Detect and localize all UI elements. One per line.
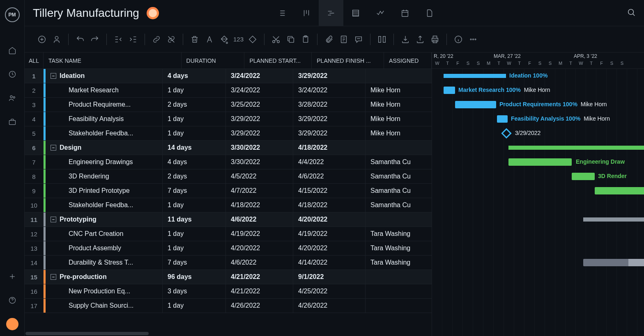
duration-cell[interactable]: 1 day [163,126,226,140]
col-task-name[interactable]: TASK NAME [44,53,182,69]
finish-cell[interactable]: 3/28/2022 [293,98,366,112]
table-row[interactable]: 10Stakeholder Feedba...1 day4/18/20224/1… [25,198,432,213]
board-view-tab[interactable] [294,0,319,26]
table-row[interactable]: 11−Prototyping11 days4/6/20224/20/2022 [25,213,432,227]
duration-cell[interactable]: 1 day [163,241,226,255]
assign-icon[interactable] [51,34,62,45]
assigned-cell[interactable] [366,69,413,83]
finish-cell[interactable]: 4/18/2022 [293,198,366,212]
gantt-bar[interactable] [583,259,644,266]
table-row[interactable]: 13Product Assembly1 day4/20/20224/20/202… [25,241,432,256]
gantt-row[interactable]: Engineering Draw [432,155,644,169]
gantt-row[interactable]: 3D Render [432,169,644,184]
table-row[interactable]: 17Supply Chain Sourci...1 day4/26/20224/… [25,299,432,313]
assigned-cell[interactable]: Samantha Cu [366,198,413,212]
print-icon[interactable] [429,34,441,45]
more-icon[interactable] [467,34,479,45]
table-row[interactable]: 83D Rendering2 days4/5/20224/6/2022Saman… [25,169,432,184]
collapse-icon[interactable]: − [51,145,56,151]
finish-cell[interactable]: 3/29/2022 [293,69,366,83]
attachment-icon[interactable] [323,34,335,45]
finish-cell[interactable]: 4/20/2022 [293,213,366,226]
task-name-cell[interactable]: Supply Chain Sourci... [46,299,163,313]
start-cell[interactable]: 3/30/2022 [226,155,293,169]
search-icon[interactable] [627,8,636,18]
finish-cell[interactable]: 4/20/2022 [293,241,366,255]
duration-cell[interactable]: 96 days [163,270,226,284]
help-icon[interactable] [8,296,17,305]
gantt-row[interactable] [432,141,644,155]
duration-cell[interactable]: 1 day [163,299,226,313]
assigned-cell[interactable]: Samantha Cu [366,169,413,183]
milestone-icon[interactable] [501,128,511,138]
add-task-icon[interactable] [36,34,48,45]
paint-icon[interactable] [218,34,230,45]
finish-cell[interactable]: 4/25/2022 [293,284,366,298]
duration-cell[interactable]: 7 days [163,184,226,198]
start-cell[interactable]: 4/19/2022 [226,227,293,241]
assigned-cell[interactable] [366,299,413,313]
task-name-cell[interactable]: −Pre-production [46,270,163,284]
duration-cell[interactable]: 1 day [163,227,226,241]
start-cell[interactable]: 4/7/2022 [226,184,293,198]
delete-icon[interactable] [189,34,200,45]
people-icon[interactable] [8,94,17,103]
sheet-view-tab[interactable] [343,0,368,26]
gantt-body[interactable]: Ideation 100%Market Research 100%Mike Ho… [432,69,644,336]
assigned-cell[interactable] [366,141,413,155]
file-view-tab[interactable] [417,0,442,26]
gantt-row[interactable] [432,213,644,227]
table-row[interactable]: 15−Pre-production96 days4/21/20229/1/202… [25,270,432,284]
gantt-row[interactable]: 3/29/2022 [432,126,644,141]
comment-icon[interactable] [353,34,364,45]
table-row[interactable]: 7Engineering Drawings4 days3/30/20224/4/… [25,155,432,169]
text-style-icon[interactable] [204,34,215,45]
briefcase-icon[interactable] [8,117,17,126]
assigned-cell[interactable]: Mike Horn [366,126,413,140]
assigned-cell[interactable]: Tara Washing [366,256,413,270]
start-cell[interactable]: 3/25/2022 [226,98,293,112]
link-icon[interactable] [151,34,162,45]
task-name-cell[interactable]: Product Requireme... [46,98,163,112]
info-icon[interactable] [453,34,464,45]
finish-cell[interactable]: 4/4/2022 [293,155,366,169]
assigned-cell[interactable]: Samantha Cu [366,184,413,198]
task-name-cell[interactable]: Stakeholder Feedba... [46,198,163,212]
paste-icon[interactable] [300,34,311,45]
gantt-view-tab[interactable] [319,0,343,26]
cut-icon[interactable] [270,34,282,45]
start-cell[interactable]: 4/5/2022 [226,169,293,183]
duration-cell[interactable]: 4 days [163,69,226,83]
start-cell[interactable]: 3/30/2022 [226,141,293,155]
gantt-row[interactable]: Market Research 100%Mike Horn [432,83,644,98]
outdent-icon[interactable] [113,34,124,45]
finish-cell[interactable]: 3/24/2022 [293,83,366,97]
start-cell[interactable]: 4/21/2022 [226,284,293,298]
finish-cell[interactable]: 4/6/2022 [293,169,366,183]
duration-cell[interactable]: 2 days [163,98,226,112]
home-icon[interactable] [8,46,17,55]
duration-cell[interactable]: 3 days [163,284,226,298]
user-avatar-icon[interactable] [6,318,18,330]
task-name-cell[interactable]: Product Assembly [46,241,163,255]
indent-icon[interactable] [127,34,139,45]
export-icon[interactable] [414,34,426,45]
finish-cell[interactable]: 3/29/2022 [293,112,366,126]
table-row[interactable]: 14Durability & Stress T...7 days4/6/2022… [25,256,432,270]
plus-icon[interactable] [8,272,17,281]
table-row[interactable]: 5Stakeholder Feedba...1 day3/29/20223/29… [25,126,432,141]
finish-cell[interactable]: 3/29/2022 [293,126,366,140]
logo[interactable]: PM [5,7,20,22]
gantt-row[interactable]: Ideation 100% [432,69,644,83]
assigned-cell[interactable]: Mike Horn [366,112,413,126]
col-assigned[interactable]: ASSIGNED [384,53,432,69]
assigned-cell[interactable]: Mike Horn [366,98,413,112]
assigned-cell[interactable] [366,213,413,226]
gantt-bar[interactable] [595,187,644,194]
duration-cell[interactable]: 1 day [163,112,226,126]
columns-icon[interactable] [376,34,388,45]
gantt-bar[interactable] [444,87,455,94]
gantt-row[interactable] [432,184,644,198]
notes-icon[interactable] [338,34,350,45]
task-name-cell[interactable]: Engineering Drawings [46,155,163,169]
